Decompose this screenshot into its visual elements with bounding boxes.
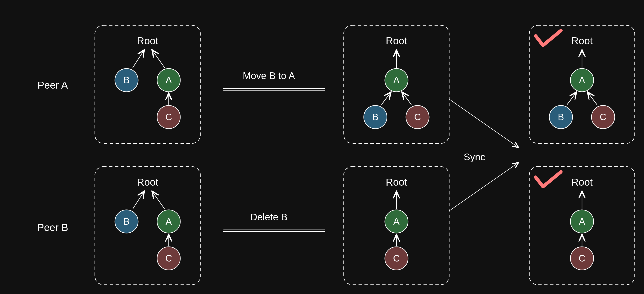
peer-b-initial-box: Root B A C	[95, 166, 200, 285]
svg-text:A: A	[166, 216, 172, 226]
peer-b-after-op-box: Root A C	[344, 166, 449, 285]
svg-text:Root: Root	[137, 176, 158, 188]
svg-text:Root: Root	[571, 35, 592, 46]
crdt-sync-diagram: Peer A Peer B Root B A C Move B to A Roo…	[0, 0, 644, 294]
svg-text:Delete B: Delete B	[250, 212, 288, 222]
peer-a-initial-box: Root B A C	[95, 25, 200, 144]
svg-text:A: A	[393, 216, 400, 226]
sync-label: Sync	[464, 152, 485, 162]
svg-line-26	[567, 92, 577, 104]
peer-b-after-sync-box: Root A C	[529, 166, 635, 285]
root-label: Root	[137, 35, 158, 46]
svg-text:Root: Root	[386, 176, 407, 188]
svg-text:A: A	[579, 216, 585, 226]
svg-text:B: B	[372, 112, 378, 122]
svg-line-63	[449, 162, 519, 211]
svg-line-2	[152, 50, 164, 68]
svg-text:B: B	[123, 75, 130, 85]
peer-a-label: Peer A	[38, 80, 68, 91]
op-delete-b: Delete B	[224, 212, 325, 232]
svg-text:Root: Root	[571, 176, 592, 188]
peer-b-label: Peer B	[37, 222, 68, 233]
svg-line-16	[402, 92, 411, 104]
svg-text:A: A	[579, 75, 585, 85]
svg-line-1	[133, 50, 144, 68]
svg-line-34	[133, 191, 144, 209]
svg-text:C: C	[165, 253, 172, 264]
peer-a-after-op-box: Root A B C	[344, 25, 449, 144]
svg-text:C: C	[600, 112, 606, 122]
svg-text:C: C	[414, 112, 421, 122]
svg-text:A: A	[393, 75, 400, 85]
peer-a-after-sync-box: Root A B C	[529, 25, 635, 144]
check-icon	[536, 172, 561, 187]
svg-text:B: B	[123, 216, 130, 226]
svg-text:C: C	[579, 253, 586, 264]
svg-line-62	[449, 99, 519, 148]
svg-line-27	[587, 92, 597, 104]
sync-arrows: Sync	[449, 99, 519, 211]
svg-line-35	[152, 191, 164, 209]
svg-text:A: A	[166, 75, 172, 85]
svg-text:Root: Root	[386, 35, 407, 46]
svg-text:B: B	[558, 112, 564, 122]
svg-line-15	[382, 92, 391, 104]
svg-text:C: C	[393, 253, 400, 264]
svg-text:Move B to A: Move B to A	[243, 70, 295, 81]
check-icon	[536, 30, 561, 45]
op-move-b-to-a: Move B to A	[224, 70, 325, 90]
svg-text:C: C	[165, 112, 172, 122]
